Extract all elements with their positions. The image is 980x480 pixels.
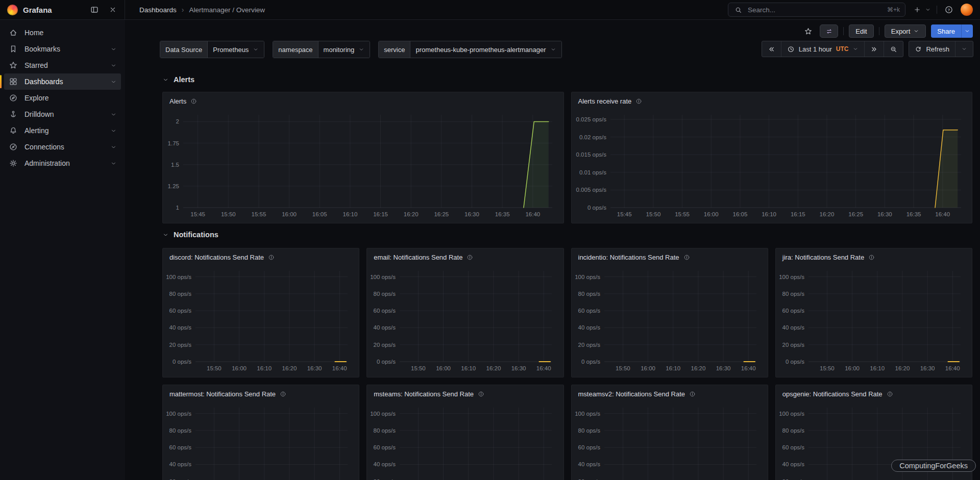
panel-title[interactable]: opsgenie: Notifications Send Rate xyxy=(782,390,883,398)
notifications-panel-row-1: discord: Notifications Send Rate15:5016:… xyxy=(162,248,972,377)
info-icon[interactable] xyxy=(467,254,473,261)
panel-title[interactable]: incidentio: Notifications Send Rate xyxy=(578,254,679,261)
topbar-actions: ⌘+k ? xyxy=(728,3,980,17)
avatar[interactable] xyxy=(961,4,973,16)
chevron-down-icon xyxy=(924,3,932,16)
panel-chart[interactable]: 15:5016:0016:1016:2016:3016:400 ops/s20 … xyxy=(166,266,354,375)
sidebar-item-drilldown[interactable]: Drilldown xyxy=(4,106,121,122)
chevron-down-icon xyxy=(110,128,117,134)
sidebar-item-starred[interactable]: Starred xyxy=(4,57,121,73)
watermark: ComputingForGeeks xyxy=(891,460,976,472)
svg-text:15:45: 15:45 xyxy=(617,211,631,217)
info-icon[interactable] xyxy=(190,98,197,105)
variable-value[interactable]: prometheus-kube-prometheus-alertmanager xyxy=(410,41,561,58)
variable-value[interactable]: monitoring xyxy=(318,41,370,58)
panel-chart[interactable]: 15:5016:0016:1016:2016:3016:400 ops/s20 … xyxy=(166,402,354,480)
panel-chart[interactable]: 15:5016:0016:1016:2016:3016:400 ops/s20 … xyxy=(575,402,763,480)
svg-text:16:00: 16:00 xyxy=(845,365,860,371)
panel-title[interactable]: jira: Notifications Send Rate xyxy=(782,254,864,261)
close-menu-icon[interactable] xyxy=(106,3,119,16)
panel-chart[interactable]: 15:4515:5015:5516:0016:0516:1016:1516:20… xyxy=(166,110,558,221)
section-header-notifications[interactable]: Notifications xyxy=(162,231,218,239)
panel-title[interactable]: discord: Notifications Send Rate xyxy=(169,254,264,261)
sidebar: HomeBookmarksStarredDashboardsExploreDri… xyxy=(0,20,125,480)
info-icon[interactable] xyxy=(635,98,642,105)
variable-data-source[interactable]: Data SourcePrometheus xyxy=(160,41,264,58)
export-button[interactable]: Export xyxy=(885,24,926,38)
svg-text:40 ops/s: 40 ops/s xyxy=(578,461,600,467)
share-menu-button[interactable] xyxy=(961,24,973,38)
sidebar-item-administration[interactable]: Administration xyxy=(4,155,121,171)
variable-label: namespace xyxy=(273,41,317,58)
search-box[interactable]: ⌘+k xyxy=(728,3,905,17)
panel-header: msteams: Notifications Send Rate xyxy=(367,385,563,402)
section-title: Alerts xyxy=(174,75,194,84)
panel-title[interactable]: msteams: Notifications Send Rate xyxy=(374,390,474,398)
sidebar-item-bookmarks[interactable]: Bookmarks xyxy=(4,41,121,57)
variable-service[interactable]: serviceprometheus-kube-prometheus-alertm… xyxy=(378,41,561,58)
section-header-alerts[interactable]: Alerts xyxy=(162,75,194,84)
info-icon[interactable] xyxy=(887,391,893,397)
time-shift-forward-button[interactable] xyxy=(864,41,884,57)
panel-title[interactable]: msteamsv2: Notifications Send Rate xyxy=(578,390,685,398)
panel-chart[interactable]: 15:5016:0016:1016:2016:3016:400 ops/s20 … xyxy=(575,266,763,375)
sidebar-item-home[interactable]: Home xyxy=(4,24,121,41)
edit-button[interactable]: Edit xyxy=(849,24,873,38)
breadcrumb-dashboards[interactable]: Dashboards xyxy=(139,6,177,14)
panel-chart[interactable]: 15:5016:0016:1016:2016:3016:400 ops/s20 … xyxy=(779,266,967,375)
time-shift-back-button[interactable] xyxy=(762,41,781,57)
grafana-app: Grafana Dashboards › Alertmanager / Over… xyxy=(0,0,980,480)
info-icon[interactable] xyxy=(268,254,275,261)
panel-title[interactable]: Alerts receive rate xyxy=(578,97,632,105)
star-icon[interactable] xyxy=(801,24,815,38)
breadcrumb-separator: › xyxy=(182,6,184,14)
info-icon[interactable] xyxy=(868,254,875,261)
variable-namespace[interactable]: namespacemonitoring xyxy=(273,41,370,58)
panel-header: msteamsv2: Notifications Send Rate xyxy=(572,385,768,402)
info-icon[interactable] xyxy=(280,391,286,397)
svg-text:60 ops/s: 60 ops/s xyxy=(374,444,396,450)
svg-text:15:45: 15:45 xyxy=(190,211,205,217)
svg-text:1.5: 1.5 xyxy=(171,162,179,168)
panel-header: discord: Notifications Send Rate xyxy=(163,248,359,266)
time-range-picker[interactable]: Last 1 hour UTC xyxy=(781,41,865,57)
variable-value[interactable]: Prometheus xyxy=(207,41,264,58)
zoom-out-time-button[interactable] xyxy=(884,41,903,57)
svg-text:100 ops/s: 100 ops/s xyxy=(779,274,804,280)
svg-text:16:25: 16:25 xyxy=(848,211,863,217)
chevron-down-icon xyxy=(110,46,117,53)
add-menu-button[interactable] xyxy=(911,3,932,16)
svg-text:80 ops/s: 80 ops/s xyxy=(169,291,192,297)
sidebar-item-label: Bookmarks xyxy=(24,45,60,53)
sidebar-item-explore[interactable]: Explore xyxy=(4,90,121,106)
svg-text:16:05: 16:05 xyxy=(312,211,327,217)
panel-chart[interactable]: 15:4515:5015:5516:0016:0516:1016:1516:20… xyxy=(575,110,967,221)
panel-title[interactable]: mattermost: Notifications Send Rate xyxy=(169,390,276,398)
help-icon[interactable]: ? xyxy=(942,3,955,16)
info-icon[interactable] xyxy=(478,391,484,397)
panel-header: Alerts receive rate xyxy=(572,92,972,110)
sidebar-item-alerting[interactable]: Alerting xyxy=(4,122,121,139)
refresh-interval-button[interactable] xyxy=(955,41,973,57)
svg-text:80 ops/s: 80 ops/s xyxy=(578,291,600,297)
search-icon xyxy=(733,5,743,14)
plus-icon xyxy=(911,3,924,16)
drilldown-icon xyxy=(8,110,18,119)
panel-chart[interactable]: 15:5016:0016:1016:2016:3016:400 ops/s20 … xyxy=(370,266,558,375)
share-button[interactable]: Share xyxy=(931,24,961,38)
dock-menu-icon[interactable] xyxy=(88,3,101,16)
panel-title[interactable]: Alerts xyxy=(169,97,186,105)
sidebar-item-connections[interactable]: Connections xyxy=(4,139,121,155)
refresh-button[interactable]: Refresh xyxy=(909,41,955,57)
home-icon xyxy=(8,28,18,37)
panel-chart[interactable]: 15:5016:0016:1016:2016:3016:400 ops/s20 … xyxy=(370,402,558,480)
search-input[interactable] xyxy=(747,6,883,14)
info-icon[interactable] xyxy=(689,391,696,397)
panel-title[interactable]: email: Notifications Send Rate xyxy=(374,254,462,261)
svg-text:15:50: 15:50 xyxy=(411,365,426,371)
shared-panel-icon[interactable] xyxy=(820,24,838,38)
svg-text:16:15: 16:15 xyxy=(790,211,805,217)
time-controls: Last 1 hour UTC Refresh xyxy=(762,41,973,57)
info-icon[interactable] xyxy=(683,254,690,261)
sidebar-item-dashboards[interactable]: Dashboards xyxy=(4,73,121,90)
